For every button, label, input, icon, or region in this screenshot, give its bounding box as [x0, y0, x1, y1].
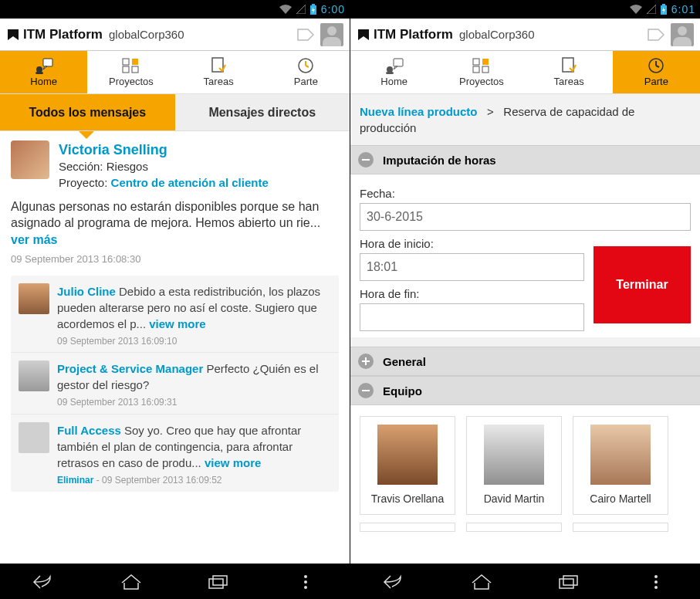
- tab-proyectos[interactable]: Proyectos: [87, 51, 174, 93]
- member-name: Travis Orellana: [371, 492, 444, 505]
- terminar-button[interactable]: Terminar: [593, 246, 691, 323]
- status-bar: 6:01: [350, 0, 700, 19]
- section-equipo[interactable]: Equipo: [350, 376, 700, 405]
- reply-author[interactable]: Full Access: [57, 424, 121, 437]
- section-imputacion[interactable]: Imputación de horas: [350, 145, 700, 174]
- tab-label: Tareas: [204, 76, 234, 87]
- project-link[interactable]: Centro de atención al cliente: [111, 176, 269, 189]
- back-button[interactable]: [28, 568, 60, 596]
- svg-rect-28: [563, 576, 577, 585]
- svg-rect-4: [43, 59, 52, 66]
- recent-button[interactable]: [202, 568, 235, 596]
- reply-item: Julio Cline Debido a esta redistribución…: [11, 276, 339, 353]
- breadcrumb-link[interactable]: Nueva línea producto: [360, 105, 478, 118]
- svg-rect-24: [482, 66, 489, 73]
- svg-rect-21: [473, 59, 479, 65]
- clock-icon: [297, 57, 314, 74]
- author-avatar[interactable]: [11, 140, 49, 179]
- post-body: Algunas personas no estarán disponibles …: [11, 198, 339, 249]
- member-card[interactable]: [466, 523, 562, 532]
- collapse-icon: [358, 383, 374, 398]
- tab-parte[interactable]: Parte: [613, 51, 700, 93]
- author-name[interactable]: Victoria Snelling: [59, 140, 269, 159]
- tab-label: Parte: [644, 76, 668, 87]
- projects-icon: [472, 57, 491, 74]
- svg-rect-11: [209, 579, 223, 588]
- member-card[interactable]: David Martin: [466, 416, 562, 515]
- expand-icon: [358, 354, 374, 369]
- tasks-icon: [560, 57, 577, 74]
- reply-avatar[interactable]: [19, 422, 49, 453]
- member-card[interactable]: [360, 523, 455, 532]
- back-button[interactable]: [378, 568, 411, 596]
- member-card[interactable]: Cairo Martell: [573, 416, 668, 515]
- member-name: David Martin: [484, 492, 545, 505]
- tag-icon[interactable]: [648, 29, 663, 41]
- svg-rect-12: [213, 576, 227, 585]
- recent-button[interactable]: [553, 568, 585, 596]
- menu-button[interactable]: [640, 568, 672, 596]
- home-icon: [34, 57, 54, 74]
- delete-link[interactable]: Eliminar: [57, 475, 93, 486]
- member-card[interactable]: [573, 523, 668, 532]
- post-timestamp: 09 September 2013 16:08:30: [11, 253, 339, 265]
- section-general[interactable]: General: [350, 347, 700, 376]
- android-nav-bar: [350, 563, 700, 599]
- svg-rect-27: [560, 579, 573, 588]
- section-line: Sección: Riesgos: [59, 159, 269, 174]
- main-tabs: Home Proyectos Tareas Parte: [350, 51, 700, 94]
- member-name: Cairo Martell: [590, 492, 651, 505]
- reply-more-link[interactable]: view more: [205, 456, 261, 469]
- reply-avatar[interactable]: [19, 283, 49, 314]
- home-button[interactable]: [465, 568, 498, 596]
- svg-point-29: [654, 575, 658, 578]
- svg-point-2: [36, 66, 42, 73]
- reply-author[interactable]: Julio Cline: [57, 285, 116, 298]
- tab-tareas[interactable]: Tareas: [175, 51, 262, 93]
- svg-rect-23: [473, 66, 479, 73]
- svg-rect-20: [394, 59, 403, 66]
- svg-rect-0: [312, 4, 315, 5]
- see-more-link[interactable]: ver más: [11, 233, 58, 246]
- reply-author[interactable]: Project & Service Manager: [57, 362, 203, 375]
- reply-avatar[interactable]: [19, 360, 49, 391]
- reply-item: Full Access Soy yo. Creo que hay que afr…: [11, 414, 339, 492]
- tab-direct-messages[interactable]: Mensajes directos: [175, 94, 350, 130]
- breadcrumb: Nueva línea producto > Reserva de capaci…: [350, 94, 700, 145]
- svg-rect-19: [386, 72, 394, 74]
- tag-icon[interactable]: [297, 29, 313, 41]
- brand-suffix: Platform: [49, 27, 103, 42]
- brand-prefix: ITM: [374, 27, 396, 42]
- user-avatar[interactable]: [320, 23, 343, 46]
- home-button[interactable]: [115, 568, 147, 596]
- svg-rect-6: [132, 59, 138, 65]
- tab-all-messages[interactable]: Todos los mensajes: [0, 94, 175, 130]
- menu-button[interactable]: [289, 568, 322, 596]
- message-feed: Victoria Snelling Sección: Riesgos Proye…: [0, 131, 350, 563]
- clock-text: 6:01: [671, 3, 695, 15]
- reply-more-link[interactable]: view more: [149, 317, 205, 330]
- tab-parte[interactable]: Parte: [262, 51, 350, 93]
- svg-point-18: [387, 66, 393, 73]
- member-card[interactable]: Travis Orellana: [360, 416, 455, 515]
- cell-icon: [647, 5, 656, 14]
- reply-item: Project & Service Manager Perfecto ¿Quié…: [11, 352, 339, 414]
- tab-label: Proyectos: [459, 76, 504, 87]
- section-title: Imputación de horas: [383, 154, 496, 167]
- hours-form: Fecha: Hora de inicio: Hora de fin: Term…: [350, 174, 700, 337]
- tab-tareas[interactable]: Tareas: [526, 51, 613, 93]
- tab-label: Home: [380, 76, 407, 87]
- fecha-input[interactable]: [360, 203, 691, 231]
- fin-input[interactable]: [360, 303, 584, 331]
- tab-home[interactable]: Home: [0, 51, 87, 93]
- tab-proyectos[interactable]: Proyectos: [438, 51, 525, 93]
- wifi-icon: [279, 5, 292, 14]
- reply-timestamp: 09 September 2013 16:09:52: [102, 475, 221, 486]
- inicio-input[interactable]: [360, 253, 584, 281]
- tab-home[interactable]: Home: [350, 51, 438, 93]
- app-logo: ITM Platform: [6, 27, 103, 42]
- brand-prefix: ITM: [23, 27, 46, 42]
- svg-rect-3: [36, 72, 43, 74]
- inicio-label: Hora de inicio:: [360, 237, 584, 250]
- user-avatar[interactable]: [671, 23, 694, 46]
